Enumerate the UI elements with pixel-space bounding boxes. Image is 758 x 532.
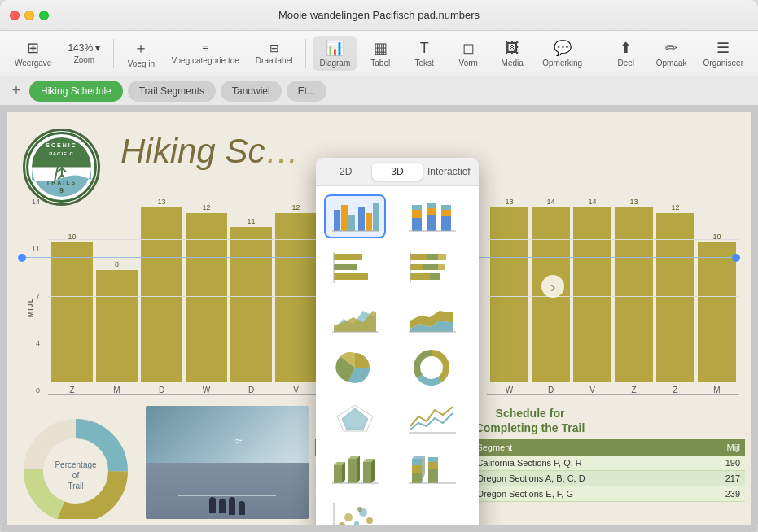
svg-point-84 — [372, 525, 377, 525]
bar-r-1 — [490, 207, 528, 382]
area-stacked-icon — [407, 299, 456, 335]
pie-chart-area: Percentage of Trail — [13, 406, 139, 519]
svg-rect-30 — [427, 208, 436, 215]
zoom-label: Zoom — [74, 55, 95, 64]
bar-5 — [230, 227, 272, 382]
chart-type-bar-horizontal[interactable] — [324, 245, 386, 289]
svg-text:TRAILS: TRAILS — [46, 180, 77, 185]
chart-type-grid — [316, 186, 479, 525]
sheet-title: Hiking Sc… — [120, 132, 299, 171]
bar-r-value-2: 14 — [546, 198, 554, 206]
titlebar: Mooie wandelingen Pacifisch pad.numbers — [0, 0, 758, 31]
svg-rect-32 — [441, 216, 451, 231]
divider-1 — [113, 39, 114, 68]
organiseer-label: Organiseer — [703, 59, 743, 68]
svg-rect-36 — [334, 254, 362, 260]
scatter-icon — [331, 501, 379, 525]
chart-type-bar-3d[interactable] — [324, 447, 386, 491]
zoom-button[interactable]: 143% ▾ Zoom — [61, 39, 107, 68]
chart-type-line[interactable] — [401, 396, 462, 440]
svg-text:Percentage: Percentage — [55, 460, 97, 469]
table-cell-mijl-2: 217 — [698, 471, 745, 486]
vorm-button[interactable]: ◻ Vorm — [448, 36, 489, 71]
window-title: Mooie wandelingen Pacifisch pad.numbers — [278, 9, 480, 21]
add-sheet-button[interactable]: + — [8, 83, 24, 99]
sheet-content: SCENIC PACIFIC — [7, 112, 751, 525]
bar-area: 10 Z 8 M 13 — [48, 198, 320, 395]
table-cell-mijl-3: 239 — [698, 486, 745, 502]
divider-2 — [305, 39, 306, 68]
chart-type-bar-grouped[interactable] — [324, 194, 386, 238]
photo-area: ≈ — [146, 406, 309, 519]
chart-type-scatter[interactable] — [324, 497, 386, 525]
svg-rect-42 — [438, 254, 446, 260]
fullscreen-button[interactable] — [39, 11, 49, 20]
svg-rect-45 — [438, 264, 445, 270]
deel-button[interactable]: ⬆ Deel — [606, 36, 646, 71]
diagram-button[interactable]: 📊 Diagram — [313, 36, 357, 71]
svg-text:9: 9 — [59, 186, 64, 194]
categorie-button[interactable]: ≡ Voeg categorie toe — [164, 38, 245, 68]
area-icon — [331, 299, 379, 335]
svg-point-83 — [366, 517, 373, 524]
toolbar: ⊞ Weergave 143% ▾ Zoom ＋ Voeg in ≡ Voeg … — [0, 31, 758, 76]
chart-type-area[interactable] — [324, 295, 386, 339]
tabel-button[interactable]: ▦ Tabel — [360, 36, 401, 71]
opmerking-button[interactable]: 💬 Opmerking — [536, 36, 589, 71]
close-button[interactable] — [10, 11, 20, 20]
chart-type-radar[interactable] — [324, 396, 386, 440]
svg-rect-23 — [366, 213, 372, 231]
bar-r-4 — [615, 207, 653, 382]
chart-type-pie[interactable] — [324, 346, 386, 390]
svg-rect-77 — [428, 457, 438, 462]
bar-2 — [96, 270, 138, 382]
bar-3 — [141, 207, 182, 382]
opmaak-button[interactable]: ✏ Opmaak — [650, 36, 694, 71]
picker-tab-bar: 2D 3D Interactief — [316, 158, 479, 186]
chart-type-donut[interactable] — [401, 346, 462, 390]
organiseer-button[interactable]: ☰ Organiseer — [697, 36, 750, 71]
minimize-button[interactable] — [24, 11, 34, 20]
chart-type-bar-stacked[interactable] — [401, 194, 462, 238]
tekst-button[interactable]: T Tekst — [404, 37, 445, 71]
table-cell-segment-3: Oregon Sections E, F, G — [471, 486, 698, 502]
weergave-button[interactable]: ⊞ Weergave — [8, 36, 58, 71]
svg-rect-47 — [430, 273, 440, 280]
tab-et[interactable]: Et... — [287, 81, 326, 102]
chart-type-area-stacked[interactable] — [401, 295, 462, 339]
voeg-in-button[interactable]: ＋ Voeg in — [120, 35, 161, 72]
picker-tab-interactief[interactable]: Interactief — [424, 163, 474, 181]
ruler-right-handle[interactable] — [732, 254, 740, 262]
svg-rect-71 — [412, 465, 422, 473]
bar-horizontal-stacked-icon — [407, 249, 456, 285]
categorie-label: Voeg categorie toe — [171, 56, 239, 65]
tab-trail-segments[interactable]: Trail Segments — [128, 81, 216, 102]
bar-chart-right: 13 W 14 D 14 — [487, 198, 739, 417]
deel-icon: ⬆ — [620, 39, 632, 57]
line-icon — [407, 400, 456, 436]
draaitabel-button[interactable]: ⊟ Draaitabel — [249, 38, 300, 68]
table-cell-segment-1: California Sections P, Q, R — [471, 456, 698, 471]
deel-label: Deel — [617, 59, 634, 68]
bar-r-value-3: 14 — [588, 198, 596, 206]
tab-hiking-schedule[interactable]: Hiking Schedule — [29, 81, 123, 102]
chart-type-bar-stacked-3d[interactable] — [401, 447, 462, 491]
bar-r-6 — [698, 242, 736, 382]
ruler-left-handle[interactable] — [18, 254, 26, 262]
donut-icon — [407, 350, 456, 386]
tab-tandwiel[interactable]: Tandwiel — [221, 81, 282, 102]
svg-marker-62 — [342, 462, 345, 483]
picker-tab-2d[interactable]: 2D — [321, 163, 370, 181]
media-label: Media — [502, 59, 524, 68]
picker-tab-3d[interactable]: 3D — [372, 163, 422, 181]
media-button[interactable]: 🖼 Media — [492, 37, 532, 71]
svg-marker-58 — [342, 408, 368, 430]
tabel-label: Tabel — [370, 59, 390, 68]
weergave-label: Weergave — [15, 59, 51, 68]
chart-type-bar-horizontal-stacked[interactable] — [401, 245, 462, 289]
media-icon: 🖼 — [505, 40, 519, 57]
svg-rect-27 — [412, 210, 422, 218]
svg-rect-20 — [341, 205, 348, 231]
bar-area-right: 13 W 14 D 14 — [487, 198, 739, 395]
chart-nav-right[interactable]: › — [541, 275, 564, 298]
